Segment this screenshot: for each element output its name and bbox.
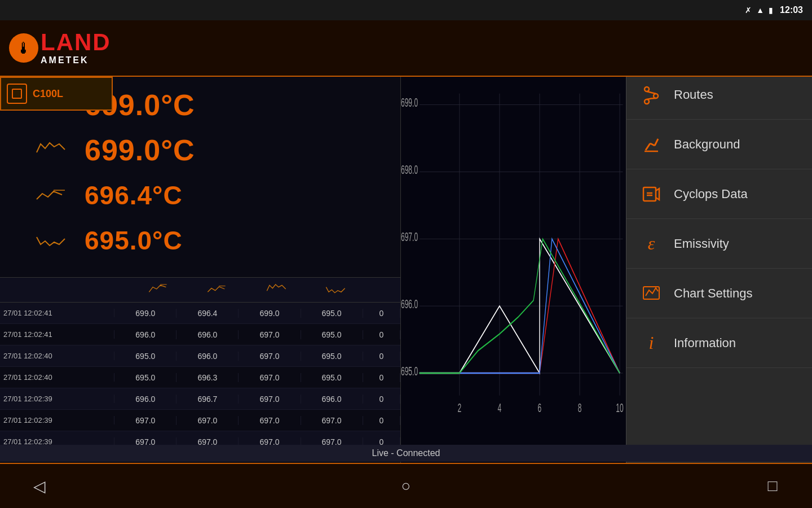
svg-text:698.0: 698.0 bbox=[401, 163, 418, 177]
table-row: 27/01 12:02:39 696.0 696.7 697.0 696.0 0 bbox=[0, 388, 400, 410]
table-row: 27/01 12:02:40 695.0 696.3 697.0 695.0 0 bbox=[0, 367, 400, 388]
svg-text:6: 6 bbox=[538, 401, 542, 415]
menu-item-cyclops[interactable]: Cyclops Data bbox=[626, 169, 812, 219]
status-icons: ✗ ▲ ▮ 12:03 bbox=[745, 5, 803, 15]
svg-rect-33 bbox=[643, 187, 656, 201]
header: 🌡 LAND AMETEK bbox=[0, 20, 812, 77]
chart-svg: 699.0 698.0 697.0 696.0 695.0 2 4 6 8 10 bbox=[401, 77, 626, 435]
status-text: Live - Connected bbox=[0, 445, 812, 462]
status-label: Live - Connected bbox=[372, 448, 440, 458]
temp-icon-3 bbox=[34, 181, 73, 210]
menu-label-emissivity: Emissivity bbox=[674, 237, 729, 251]
svg-point-26 bbox=[645, 87, 649, 91]
cyclops-icon bbox=[640, 183, 663, 205]
temp-icon-4 bbox=[34, 226, 73, 255]
temp-row-2: 699.0°C bbox=[34, 128, 395, 173]
table-header-icon-2 bbox=[188, 281, 247, 300]
svg-text:699.0: 699.0 bbox=[401, 96, 418, 110]
temp-value-2: 699.0°C bbox=[85, 133, 195, 167]
device-badge: C100L bbox=[0, 77, 113, 111]
logo-text: LAND AMETEK bbox=[41, 30, 111, 65]
bottom-bar: ◁ ○ □ bbox=[0, 463, 812, 508]
table-header-icon-4 bbox=[306, 281, 365, 300]
svg-text:10: 10 bbox=[616, 401, 624, 415]
temp-value-4: 695.0°C bbox=[85, 225, 183, 256]
table-row: 27/01 12:02:40 695.0 696.0 697.0 695.0 0 bbox=[0, 345, 400, 367]
device-name: C100L bbox=[33, 88, 63, 100]
nav-back-button[interactable]: ◁ bbox=[23, 469, 56, 503]
table-row: 27/01 12:02:39 697.0 697.0 697.0 697.0 0 bbox=[0, 410, 400, 431]
data-table: 27/01 12:02:41 699.0 696.4 699.0 695.0 0… bbox=[0, 303, 400, 463]
menu-item-emissivity[interactable]: ε Emissivity bbox=[626, 219, 812, 269]
logo-container: 🌡 LAND AMETEK bbox=[9, 30, 111, 65]
background-icon bbox=[640, 133, 663, 156]
main-content: 699.0°C 699.0°C 696.4°C bbox=[0, 77, 400, 463]
wifi-icon: ▲ bbox=[756, 6, 764, 15]
emissivity-icon: ε bbox=[640, 233, 663, 255]
svg-text:695.0: 695.0 bbox=[401, 364, 418, 378]
menu-label-routes: Routes bbox=[674, 87, 713, 102]
table-header-icon-3 bbox=[247, 281, 306, 300]
menu-item-background[interactable]: Background bbox=[626, 120, 812, 169]
svg-line-29 bbox=[646, 143, 650, 150]
menu-label-information: Information bbox=[674, 336, 736, 351]
temp-icon-2 bbox=[34, 135, 73, 165]
logo-ametek: AMETEK bbox=[41, 55, 111, 65]
logo-land: LAND bbox=[41, 30, 111, 54]
menu-item-information[interactable]: i Information bbox=[626, 318, 812, 368]
table-header-icon-1 bbox=[129, 281, 188, 300]
nav-home-button[interactable]: ○ bbox=[389, 469, 423, 503]
svg-text:8: 8 bbox=[578, 401, 582, 415]
chart-area: 699.0 698.0 697.0 696.0 695.0 2 4 6 8 10… bbox=[400, 77, 626, 463]
svg-text:696.0: 696.0 bbox=[401, 297, 418, 311]
battery-icon: ▮ bbox=[769, 6, 773, 15]
temp-row-3: 696.4°C bbox=[34, 173, 395, 218]
svg-text:697.0: 697.0 bbox=[401, 230, 418, 244]
menu-label-cyclops: Cyclops Data bbox=[674, 187, 748, 202]
menu-label-chart-settings: Chart Settings bbox=[674, 286, 752, 301]
temp-row-4: 695.0°C bbox=[34, 218, 395, 263]
menu-item-routes[interactable]: Routes bbox=[626, 70, 812, 120]
routes-icon bbox=[640, 84, 663, 106]
bluetooth-icon: ✗ bbox=[745, 6, 752, 15]
menu-item-chart-settings[interactable]: Chart Settings bbox=[626, 269, 812, 318]
chart-settings-icon bbox=[640, 282, 663, 305]
time-display: 12:03 bbox=[780, 5, 803, 15]
svg-text:2: 2 bbox=[458, 401, 462, 415]
nav-recent-button[interactable]: □ bbox=[756, 469, 789, 503]
logo-thermometer-icon: 🌡 bbox=[9, 33, 38, 63]
svg-text:4: 4 bbox=[498, 401, 502, 415]
device-icon-inner bbox=[12, 89, 22, 99]
device-icon bbox=[7, 84, 27, 104]
right-menu: Settings Routes Background bbox=[626, 20, 812, 463]
menu-label-background: Background bbox=[674, 137, 740, 152]
table-row: 27/01 12:02:41 696.0 696.0 697.0 695.0 0 bbox=[0, 324, 400, 345]
svg-point-28 bbox=[645, 99, 649, 104]
status-bar: ✗ ▲ ▮ 12:03 bbox=[0, 0, 812, 20]
table-row: 27/01 12:02:41 699.0 696.4 699.0 695.0 0 bbox=[0, 303, 400, 324]
info-icon: i bbox=[640, 332, 663, 354]
svg-line-31 bbox=[655, 139, 658, 146]
chart-wrapper: 699.0 698.0 697.0 696.0 695.0 2 4 6 8 10 bbox=[401, 77, 626, 435]
temp-value-3: 696.4°C bbox=[85, 180, 183, 211]
